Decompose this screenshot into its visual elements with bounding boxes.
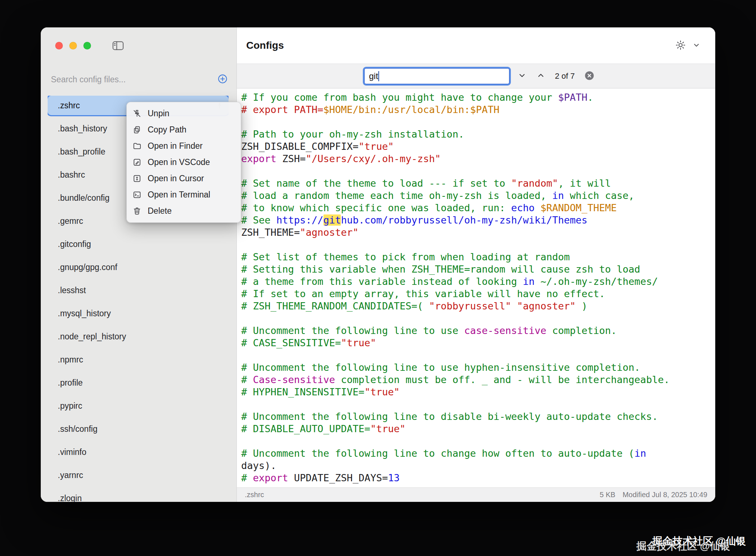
terminal-icon [132, 190, 143, 200]
menu-item-label: Open in Cursor [148, 174, 204, 183]
sidebar-item-npmrc[interactable]: .npmrc [48, 350, 229, 369]
code-line: # ZSH_THEME_RANDOM_CANDIDATES=( "robbyru… [241, 300, 715, 312]
finder-icon [132, 142, 143, 151]
code-line: export ZSH="/Users/cxy/.oh-my-zsh" [241, 153, 715, 165]
sidebar-search-input[interactable] [51, 75, 216, 84]
menu-item-open-in-cursor[interactable]: Open in Cursor [127, 170, 241, 187]
find-previous-button[interactable] [536, 71, 546, 81]
menu-item-label: Open in Terminal [148, 190, 210, 200]
sidebar-item-yarnrc[interactable]: .yarnrc [48, 465, 229, 485]
file-name: .pypirc [58, 401, 82, 411]
status-file-info: 5 KB Modified Jul 8, 2025 10:49 [600, 491, 707, 499]
status-file-size: 5 KB [600, 491, 615, 499]
sun-icon [675, 39, 686, 52]
zoom-window-button[interactable] [83, 42, 91, 49]
file-name: .gemrc [58, 216, 83, 226]
code-line [241, 398, 715, 411]
code-line [241, 165, 715, 177]
menu-item-unpin[interactable]: Unpin [127, 105, 241, 122]
code-line: # Uncomment the following line to use ca… [241, 325, 715, 337]
file-name: .bash_profile [58, 147, 105, 157]
menu-item-label: Unpin [148, 109, 169, 118]
code-line: # Uncomment the following line to change… [241, 447, 715, 460]
code-line: # Case-sensitive completion must be off.… [241, 374, 715, 386]
sidebar-toggle-button[interactable] [112, 41, 125, 51]
file-name: .ssh/config [58, 424, 97, 434]
minimize-window-button[interactable] [69, 42, 77, 49]
code-line: # Set name of the theme to load --- if s… [241, 177, 715, 190]
menu-item-open-in-terminal[interactable]: Open in Terminal [127, 187, 241, 203]
code-line: # Set list of themes to pick from when l… [241, 251, 715, 263]
titlebar-actions [675, 39, 701, 52]
sidebar-item-gnupg-gpg-conf[interactable]: .gnupg/gpg.conf [48, 257, 229, 277]
code-line [241, 435, 715, 447]
code-line: # export PATH=$HOME/bin:/usr/local/bin:$… [241, 104, 715, 116]
code-line: # load a random theme each time oh-my-zs… [241, 190, 715, 202]
context-menu: UnpinCopy PathOpen in FinderOpen in VSCo… [126, 102, 241, 223]
sidebar-item-zlogin[interactable]: .zlogin [48, 488, 229, 502]
sidebar-item-pypirc[interactable]: .pypirc [48, 396, 229, 416]
sidebar-item-mysql-history[interactable]: .mysql_history [48, 304, 229, 323]
main-pane: Configs git [237, 27, 715, 502]
file-name: .yarnrc [58, 470, 83, 480]
sidebar-item-gitconfig[interactable]: .gitconfig [48, 234, 229, 254]
file-name: .bash_history [58, 124, 107, 134]
file-name: .gnupg/gpg.conf [58, 262, 117, 272]
menu-item-label: Delete [148, 206, 171, 216]
vscode-icon [132, 158, 143, 167]
find-input[interactable]: git [364, 68, 509, 84]
file-name: .gitconfig [58, 239, 91, 249]
title-bar: Configs [237, 27, 715, 64]
find-next-button[interactable] [517, 71, 527, 81]
sidebar-item-profile[interactable]: .profile [48, 373, 229, 392]
chevron-down-icon [517, 76, 527, 81]
menu-item-copy-path[interactable]: Copy Path [127, 122, 241, 138]
code-line: # a theme from this variable instead of … [241, 275, 715, 288]
code-line: # DISABLE_AUTO_UPDATE="true" [241, 423, 715, 435]
code-line: days). [241, 460, 715, 472]
code-line: # export UPDATE_ZSH_DAYS=13 [241, 472, 715, 484]
file-name: .npmrc [58, 355, 83, 365]
sidebar-item-viminfo[interactable]: .viminfo [48, 442, 229, 462]
copy-path-icon [132, 125, 143, 135]
plus-circle-icon [217, 80, 228, 86]
find-close-button[interactable] [584, 70, 595, 82]
sidebar-toggle-icon [112, 46, 124, 52]
watermark-text-echo: 掘金技术社区 @仙银 [636, 539, 730, 553]
add-config-button[interactable] [216, 73, 229, 86]
trash-icon [132, 207, 143, 216]
menu-item-label: Open in Finder [148, 141, 203, 151]
code-line: ZSH_DISABLE_COMPFIX="true" [241, 140, 715, 153]
find-match-count: 2 of 7 [555, 71, 575, 81]
search-match-highlight: git [323, 214, 341, 226]
code-line: ZSH_THEME="agnoster" [241, 226, 715, 239]
menu-item-open-in-finder[interactable]: Open in Finder [127, 138, 241, 154]
status-modified-date: Modified Jul 8, 2025 10:49 [622, 491, 707, 499]
sidebar: .zshrc.bash_history.bash_profile.bashrc.… [41, 27, 237, 502]
file-name: .zshrc [58, 101, 80, 110]
code-editor[interactable]: # If you come from bash you might have t… [237, 88, 715, 487]
code-line [241, 312, 715, 325]
code-line: # If set to an empty array, this variabl… [241, 288, 715, 300]
page-title: Configs [246, 40, 284, 51]
close-window-button[interactable] [55, 42, 63, 49]
sidebar-item-lesshst[interactable]: .lesshst [48, 281, 229, 300]
file-name: .zlogin [58, 494, 82, 502]
theme-toggle-button[interactable] [675, 39, 686, 52]
menu-item-open-in-vscode[interactable]: Open in VSCode [127, 154, 241, 170]
file-name: .profile [58, 378, 83, 388]
code-line: # Path to your oh-my-zsh installation. [241, 128, 715, 140]
theme-menu-chevron-button[interactable] [692, 41, 701, 51]
sidebar-item-ssh-config[interactable]: .ssh/config [48, 419, 229, 439]
file-name: .lesshst [58, 286, 86, 295]
desktop-background: .zshrc.bash_history.bash_profile.bashrc.… [0, 0, 756, 556]
sidebar-item-node-repl-history[interactable]: .node_repl_history [48, 327, 229, 346]
chevron-up-icon [536, 76, 546, 81]
code-line: # If you come from bash you might have t… [241, 91, 715, 104]
window-controls [55, 42, 91, 49]
file-name: .node_repl_history [58, 332, 126, 342]
menu-item-delete[interactable]: Delete [127, 203, 241, 219]
file-name: .viminfo [58, 447, 86, 457]
menu-item-label: Open in VSCode [148, 157, 210, 167]
code-line: # CASE_SENSITIVE="true" [241, 337, 715, 349]
